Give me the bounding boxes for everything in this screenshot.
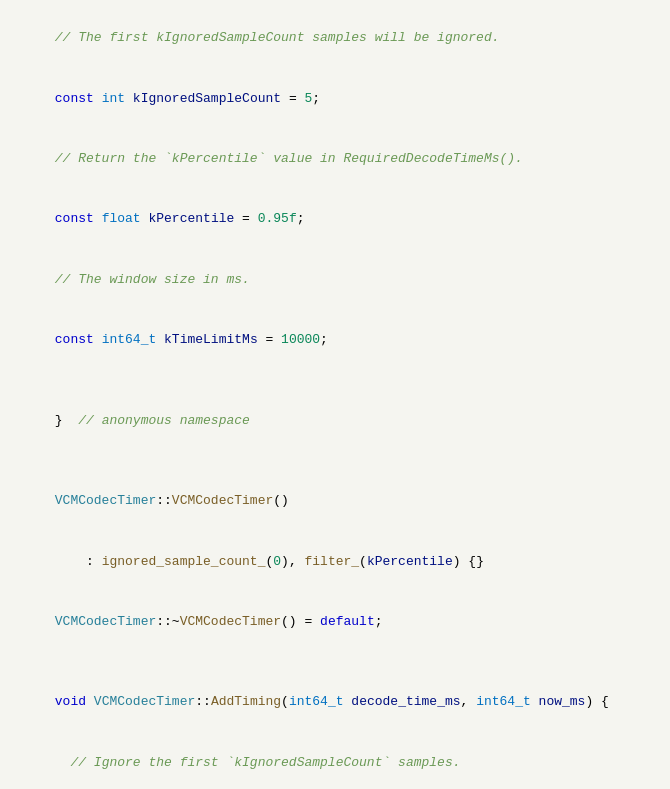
code-line: const int64_t kTimeLimitMs = 10000;: [0, 310, 670, 370]
comment-ignore-first: // Ignore the first `kIgnoredSampleCount…: [70, 755, 460, 770]
keyword-default: default: [320, 614, 375, 629]
var-kignored: kIgnoredSampleCount: [133, 91, 281, 106]
comment-text: // The window size in ms.: [55, 272, 250, 287]
keyword-const: const: [55, 332, 94, 347]
param-nowms: now_ms: [539, 694, 586, 709]
comment-text: // anonymous namespace: [70, 413, 249, 428]
comment-text: // The first kIgnoredSampleCount samples…: [55, 30, 500, 45]
code-line: } // anonymous namespace: [0, 391, 670, 451]
type-int64t: int64_t: [102, 332, 157, 347]
type-int64t3: int64_t: [476, 694, 531, 709]
code-editor: // The first kIgnoredSampleCount samples…: [0, 0, 670, 789]
type-int64t2: int64_t: [289, 694, 344, 709]
code-line: : ignored_sample_count_(0), filter_(kPer…: [0, 531, 670, 591]
func-destructor: VCMCodecTimer: [180, 614, 281, 629]
blank-line: [0, 451, 670, 471]
keyword-const: const: [55, 91, 94, 106]
blank-line: [0, 371, 670, 391]
param-decodetimems: decode_time_ms: [351, 694, 460, 709]
code-line: VCMCodecTimer::~VCMCodecTimer() = defaul…: [0, 592, 670, 652]
number-0: 0: [273, 554, 281, 569]
code-line: // Ignore the first `kIgnoredSampleCount…: [0, 733, 670, 789]
comment-text: // Return the `kPercentile` value in Req…: [55, 151, 523, 166]
member-ignored: ignored_sample_count_: [102, 554, 266, 569]
keyword-void: void: [55, 694, 86, 709]
var-kpercentile2: kPercentile: [367, 554, 453, 569]
type-float: float: [102, 211, 141, 226]
func-vcmcodectimer: VCMCodecTimer: [172, 493, 273, 508]
class-name-vcm2: VCMCodecTimer: [55, 614, 156, 629]
class-name-vcm3: VCMCodecTimer: [94, 694, 195, 709]
number-10000: 10000: [281, 332, 320, 347]
func-addtiming: AddTiming: [211, 694, 281, 709]
number-095f: 0.95f: [258, 211, 297, 226]
code-line: const float kPercentile = 0.95f;: [0, 189, 670, 249]
var-kpercentile: kPercentile: [148, 211, 234, 226]
keyword-const: const: [55, 211, 94, 226]
code-line: // Return the `kPercentile` value in Req…: [0, 129, 670, 189]
var-ktimelimit: kTimeLimitMs: [164, 332, 258, 347]
class-name-vcm: VCMCodecTimer: [55, 493, 156, 508]
code-line: // The first kIgnoredSampleCount samples…: [0, 8, 670, 68]
code-line: // The window size in ms.: [0, 250, 670, 310]
member-filter: filter_: [304, 554, 359, 569]
type-int: int: [102, 91, 125, 106]
code-line: const int kIgnoredSampleCount = 5;: [0, 68, 670, 128]
blank-line: [0, 652, 670, 672]
code-line: void VCMCodecTimer::AddTiming(int64_t de…: [0, 672, 670, 732]
code-line: VCMCodecTimer::VCMCodecTimer(): [0, 471, 670, 531]
